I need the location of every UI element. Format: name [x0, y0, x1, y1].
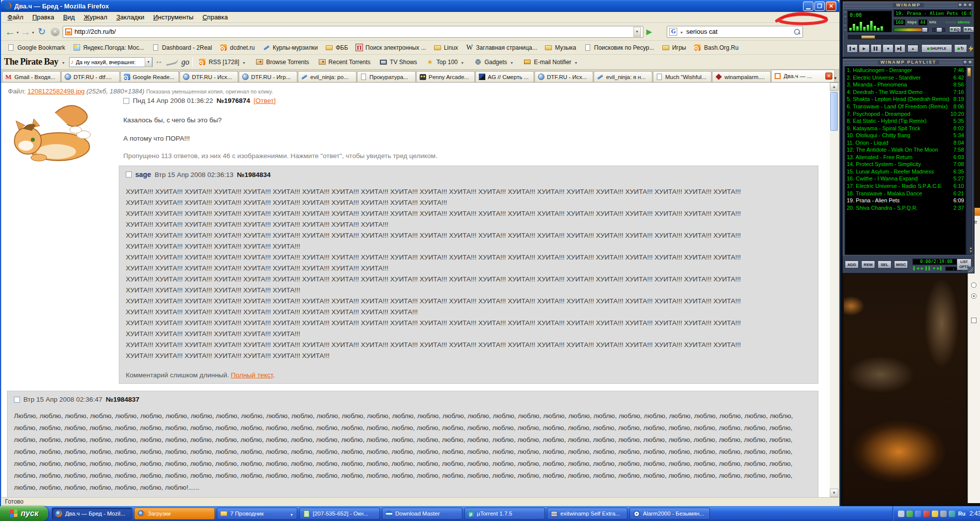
back-button[interactable]: ← — [5, 26, 15, 38]
tab[interactable]: evil_ninja: po... — [298, 71, 356, 82]
playlist-track[interactable]: 14. Protect System - Simplicity7:08 — [845, 161, 966, 168]
bookmark-item[interactable]: Google Bookmark — [4, 43, 68, 53]
toolbar-button[interactable]: Gadgets▼ — [471, 58, 517, 66]
playlist-sel-button[interactable]: SEL — [878, 260, 891, 268]
volume-thumb[interactable] — [922, 27, 928, 32]
bookmark-item[interactable]: Dashboard - 2Real — [149, 43, 215, 53]
poster-name[interactable]: sage — [135, 171, 151, 178]
post-checkbox[interactable] — [126, 172, 132, 177]
menu-item[interactable]: Журнал — [79, 13, 111, 21]
taskbar-task[interactable]: Alarm2000 - Безымян... — [629, 508, 710, 520]
tab[interactable]: Penny Arcade... — [416, 71, 475, 82]
clutter-a[interactable]: A — [844, 14, 847, 19]
pirate-bay-logo[interactable]: The Pirate Bay — [4, 57, 58, 67]
start-button[interactable]: пуск — [0, 506, 48, 521]
back-dropdown[interactable]: ▼ — [16, 31, 19, 34]
reply-link[interactable]: [Ответ] — [254, 97, 275, 104]
winamp-visualizer[interactable]: 0:00 — [847, 10, 892, 32]
taskbar-task[interactable]: Два.ч — Бред - Mozil... — [52, 508, 132, 520]
playlist-track[interactable]: 20. Shiva Chandra - S.P.Q.R.2:37 — [845, 204, 966, 211]
playlist-track-list[interactable]: 1. Hallucinogen - Deranger7:462. Electri… — [845, 66, 966, 255]
search-box[interactable]: G ▼ — [667, 26, 803, 38]
url-input[interactable] — [75, 28, 631, 35]
menu-item[interactable]: Инструменты — [149, 13, 198, 21]
winamp-stop-button[interactable]: ■ — [883, 44, 893, 53]
taskbar-task[interactable]: 7 Проводник▼ — [217, 508, 297, 520]
playlist-track[interactable]: 9. Katayama - Spiral Spit Trick8:02 — [845, 124, 966, 132]
combo-dropdown[interactable]: ▼ — [145, 57, 152, 67]
toolbar-button[interactable]: TV Shows — [377, 58, 420, 66]
bookmark-item[interactable]: Игры — [659, 43, 689, 53]
toolbar-button[interactable]: Browse Torrents — [253, 58, 311, 66]
tab[interactable]: winampalarm.... — [712, 71, 771, 82]
titlebar[interactable]: Два.ч — Бред - Mozilla Firefox ▁ ❒ ✕ — [1, 0, 839, 12]
pirate-bay-dropdown[interactable]: ▼ — [62, 61, 65, 65]
go-button[interactable]: ▶ — [646, 27, 652, 36]
tab-close-button[interactable]: ✕ — [825, 73, 832, 80]
balance-thumb[interactable] — [936, 27, 942, 32]
menu-item[interactable]: Файл — [3, 13, 28, 21]
playlist-shade-button[interactable] — [963, 60, 967, 64]
post-checkbox[interactable] — [14, 397, 20, 403]
playlist-mini-transport[interactable]: ▌◀ ▶ ▌▌ ■ ▶▌ ▲ — [913, 266, 949, 270]
bookmark-item[interactable]: dcdnet.ru — [216, 43, 258, 53]
playlist-add-button[interactable]: ADD — [845, 260, 859, 268]
menu-item[interactable]: Справка — [198, 13, 232, 21]
bookmark-item[interactable]: Поисковик по Ресур... — [581, 43, 657, 53]
playlist-resize-grip[interactable] — [968, 266, 974, 272]
playlist-track[interactable]: 4. Deedrah - The Wizard Demo7:16 — [845, 88, 966, 96]
bookmark-item[interactable]: Linux — [431, 43, 461, 53]
clutter-o[interactable]: O — [844, 10, 847, 14]
playlist-track[interactable]: 1. Hallucinogen - Deranger7:46 — [845, 67, 966, 74]
playlist-track[interactable]: 15. Lunar Asylum - Reefer Madness6:35 — [845, 168, 966, 175]
tray-icon-red-app[interactable] — [923, 511, 930, 517]
playlist-track[interactable]: 5. Shakta - Lepton Head (Deedrah Remix)8… — [845, 95, 966, 103]
winamp-eq-button[interactable]: EQ — [949, 26, 961, 32]
tray-icon-blue-app[interactable] — [915, 511, 921, 517]
taskbar-task[interactable]: Download Master — [382, 508, 462, 520]
playlist-track[interactable]: 2. Electric Universe - Stardiver6:42 — [845, 74, 966, 82]
tab[interactable]: Much "Wishful... — [653, 71, 712, 82]
file-link[interactable]: 1208122582498.jpg — [27, 87, 85, 95]
playlist-track[interactable]: 18. Transwave - Malaka Dance6:21 — [845, 189, 966, 197]
checkbox[interactable] — [971, 318, 977, 323]
playlist-track[interactable]: 8. Eat Static - Hybrid (Tip Remix)5:35 — [845, 117, 966, 125]
tab[interactable]: DTF.RU - Игр... — [239, 71, 297, 82]
tab[interactable]: DTF.RU - Исх... — [535, 71, 593, 82]
winamp-pause-button[interactable]: ▌▌ — [871, 44, 882, 53]
splitter-arrows-icon[interactable]: ◄► — [156, 61, 163, 64]
maximize-button[interactable]: ❒ — [814, 1, 825, 11]
toolbar-button[interactable]: Recent Torrents — [316, 58, 373, 66]
menu-item[interactable]: Закладки — [112, 13, 149, 21]
tab[interactable]: Два.ч — ...✕ — [771, 70, 835, 82]
tray-icon-yellow-app[interactable] — [932, 511, 938, 517]
toolbar-button[interactable]: RSS [1728]▼ — [196, 58, 249, 66]
playlist-track[interactable]: 10. Ololiuqui - Chitty Bang5:34 — [845, 132, 966, 139]
bookmark-item[interactable]: Bash.Org.Ru — [691, 43, 741, 53]
tab[interactable]: AG // Смерть ... — [475, 71, 534, 82]
thumbnail-image[interactable] — [8, 97, 97, 167]
winamp-next-button[interactable]: ▶▌ — [894, 44, 905, 53]
bookmark-item[interactable]: ФББ — [322, 43, 351, 53]
dropdown-arrow-icon[interactable]: ▼ — [461, 61, 464, 65]
taskbar-task[interactable]: exitwinamp Self Extra... — [547, 508, 627, 520]
engine-dropdown[interactable]: ▼ — [680, 31, 683, 34]
search-input[interactable] — [686, 28, 792, 35]
winamp-close-button[interactable] — [968, 3, 972, 7]
taskbar-task[interactable]: [207-535-652] - Окн... — [299, 508, 380, 520]
menu-item[interactable]: Правка — [28, 13, 59, 21]
playlist-track[interactable]: 6. Transwave - Land Of Freedom (Remix)8:… — [845, 103, 966, 110]
language-indicator[interactable]: Ru — [958, 511, 966, 517]
bookmark-item[interactable]: Курлы-мурзилки — [260, 43, 321, 53]
pirate-bay-search-combo[interactable]: ♪ Да ну нахуй, вчерашня: ▼ — [69, 57, 153, 67]
scroll-up-button[interactable]: ▲ — [830, 83, 838, 91]
tray-icon-gray-app[interactable] — [940, 511, 947, 517]
winamp-clutterbar[interactable]: OAIDV — [844, 10, 847, 32]
playlist-close-button[interactable] — [968, 60, 972, 64]
tray-icon-teal-app[interactable] — [949, 511, 955, 517]
close-button[interactable]: ✕ — [826, 1, 836, 11]
bookmark-item[interactable]: WЗаглавная страница... — [462, 43, 540, 53]
bookmark-item[interactable]: Музыка — [541, 43, 579, 53]
tab[interactable]: evil_ninja: я н... — [594, 71, 652, 82]
taskbar-task[interactable]: Загрузки — [134, 508, 215, 520]
